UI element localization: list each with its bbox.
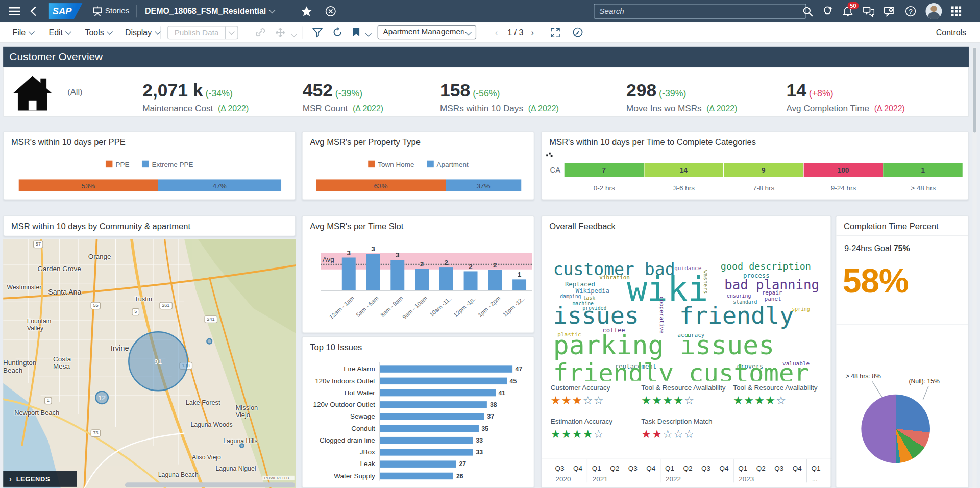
cloud-word-parking-issues[interactable]: parking issues bbox=[553, 332, 774, 358]
file-menu[interactable]: File bbox=[12, 22, 34, 42]
bar-5am-6am[interactable] bbox=[366, 254, 380, 290]
timeline-quarter[interactable]: Q4 bbox=[788, 465, 806, 472]
cloud-word-repair[interactable]: repair bbox=[762, 290, 782, 296]
bar-10am-11[interactable] bbox=[439, 267, 453, 290]
tools-menu[interactable]: Tools bbox=[85, 22, 112, 42]
cloud-word-washers[interactable]: washers bbox=[702, 270, 708, 294]
cloud-word-vibration[interactable]: vibration bbox=[599, 275, 630, 281]
bar-segment-47[interactable]: 47% bbox=[158, 179, 281, 191]
cloud-word-damping[interactable]: damping bbox=[560, 295, 581, 300]
cloud-word-cooperative[interactable]: cooperative bbox=[659, 296, 665, 333]
bar-segment-53[interactable]: 53% bbox=[19, 179, 158, 191]
cloud-word-friendly-customer[interactable]: friendly customer bbox=[553, 361, 809, 381]
map-bubble[interactable]: 12 bbox=[95, 391, 109, 404]
story-title[interactable]: DEMO_18068_FSM_Residential bbox=[145, 6, 274, 15]
legend-item-town-home[interactable]: Town Home bbox=[368, 161, 414, 168]
publish-data-button[interactable]: Publish Data bbox=[167, 26, 238, 39]
timeline-quarter[interactable]: Q1 bbox=[807, 465, 825, 472]
time-range-slider[interactable]: Q3Q42020Q1Q2Q3Q42021Q1Q2Q3Q42022Q1Q2Q3Q4… bbox=[542, 459, 832, 483]
timeline-quarter[interactable]: Q3 bbox=[624, 465, 642, 472]
cloud-word-ensuring[interactable]: ensuring bbox=[727, 294, 751, 299]
next-page-icon[interactable]: › bbox=[531, 22, 534, 42]
legends-button[interactable]: › LEGENDS bbox=[3, 471, 77, 487]
bar-segment-63[interactable]: 63% bbox=[316, 179, 446, 191]
present-mode-icon[interactable] bbox=[573, 27, 583, 39]
bookmark-icon[interactable] bbox=[353, 27, 371, 39]
heat-cell-48-hrs[interactable]: 1 bbox=[884, 163, 963, 177]
timeline-quarter[interactable]: Q3 bbox=[770, 465, 789, 472]
vertical-scrollbar[interactable] bbox=[972, 47, 977, 488]
help-icon[interactable]: ? bbox=[905, 6, 916, 17]
heat-cell-0-2-hrs[interactable]: 7 bbox=[565, 163, 644, 177]
timeline-quarter[interactable]: Q2 bbox=[752, 465, 770, 472]
map-bubble[interactable] bbox=[239, 443, 244, 448]
timeline-quarter[interactable]: Q3 bbox=[551, 465, 569, 472]
feedback-icon[interactable] bbox=[884, 6, 895, 17]
legend-item-apartment[interactable]: Apartment bbox=[427, 161, 469, 168]
drag-handle-icon[interactable] bbox=[546, 151, 552, 157]
heat-cell-7-8-hrs[interactable]: 9 bbox=[724, 163, 803, 177]
bar-12am-1am[interactable] bbox=[342, 257, 356, 290]
timeline-quarter[interactable]: Q1 bbox=[587, 465, 606, 472]
bar-8am-9am[interactable] bbox=[390, 260, 404, 290]
bar-jbox[interactable] bbox=[380, 449, 473, 455]
discussions-icon[interactable] bbox=[863, 6, 874, 17]
cloud-word-friendly[interactable]: friendly bbox=[679, 304, 794, 328]
cloud-word-good-description[interactable]: good description bbox=[721, 262, 811, 271]
bar-sewage[interactable] bbox=[380, 413, 484, 420]
cloud-word-task[interactable]: task bbox=[583, 296, 595, 301]
filter-icon[interactable] bbox=[312, 28, 323, 39]
map-bubble[interactable]: 91 bbox=[128, 331, 188, 392]
notifications-icon[interactable]: 50 bbox=[843, 6, 853, 17]
move-icon[interactable] bbox=[275, 28, 296, 39]
link-icon[interactable] bbox=[255, 28, 266, 39]
bar-9am-10am[interactable] bbox=[415, 269, 429, 290]
menu-icon[interactable] bbox=[9, 7, 20, 15]
timeline-quarter[interactable]: Q1 bbox=[734, 465, 752, 472]
user-avatar[interactable] bbox=[925, 3, 942, 19]
timeline-quarter[interactable]: Q4 bbox=[569, 465, 587, 472]
app-finder-icon[interactable] bbox=[951, 6, 962, 16]
ai-assistant-icon[interactable] bbox=[822, 6, 833, 17]
display-menu[interactable]: Display bbox=[125, 22, 160, 42]
bar-segment-37[interactable]: 37% bbox=[446, 179, 522, 191]
bar-120v-outdoor-outlet[interactable] bbox=[380, 401, 486, 408]
cloud-word-panel[interactable]: panel bbox=[765, 296, 781, 302]
fullscreen-icon[interactable] bbox=[550, 28, 561, 39]
bar-leak[interactable] bbox=[380, 460, 456, 467]
heat-cell-3-6-hrs[interactable]: 14 bbox=[644, 163, 723, 177]
bar-fire-alarm[interactable] bbox=[380, 365, 512, 372]
geo-map[interactable]: OrangeGarden GroveWestminsterSanta AnaTu… bbox=[3, 239, 296, 488]
bar-120v-indoors-outlet[interactable] bbox=[380, 377, 506, 384]
timeline-quarter[interactable]: Q2 bbox=[606, 465, 624, 472]
map-bubble[interactable] bbox=[206, 338, 212, 344]
legend-item-ppe[interactable]: PPE bbox=[106, 161, 130, 168]
map-horizontal-scrollbar[interactable] bbox=[125, 482, 295, 487]
timeline-quarter[interactable]: Q3 bbox=[697, 465, 715, 472]
heat-cell-9-24-hrs[interactable]: 100 bbox=[803, 163, 883, 177]
timeline-quarter[interactable]: Q1 bbox=[660, 465, 679, 472]
edit-menu[interactable]: Edit bbox=[49, 22, 71, 42]
search-input[interactable] bbox=[594, 4, 806, 18]
page-selector[interactable]: Apartment Managemen... bbox=[378, 25, 476, 39]
refresh-icon[interactable] bbox=[332, 27, 343, 39]
favorite-star-icon[interactable] bbox=[301, 6, 312, 16]
bar-hot-water[interactable] bbox=[380, 389, 495, 396]
bar-1pm-2pm[interactable] bbox=[488, 270, 502, 290]
bar-conduit[interactable] bbox=[380, 425, 478, 431]
pie-chart[interactable] bbox=[861, 395, 930, 463]
bar-clogged-drain-line[interactable] bbox=[380, 436, 473, 443]
cloud-word-spring[interactable]: spring bbox=[792, 307, 810, 312]
search-icon[interactable] bbox=[802, 6, 813, 17]
bar-water-supply[interactable] bbox=[380, 472, 453, 479]
close-story-icon[interactable] bbox=[325, 6, 336, 17]
timeline-quarter[interactable]: Q2 bbox=[679, 465, 697, 472]
cloud-word-wiki[interactable]: wiki bbox=[627, 273, 708, 306]
back-icon[interactable] bbox=[30, 6, 36, 16]
timeline-quarter[interactable]: Q4 bbox=[642, 465, 660, 472]
scrollbar-thumb[interactable] bbox=[973, 48, 976, 132]
legend-item-extreme-ppe[interactable]: Extreme PPE bbox=[142, 161, 193, 168]
bar-12pm-1p[interactable] bbox=[464, 271, 478, 290]
timeline-quarter[interactable]: Q4 bbox=[715, 465, 733, 472]
home-icon[interactable] bbox=[12, 75, 52, 114]
